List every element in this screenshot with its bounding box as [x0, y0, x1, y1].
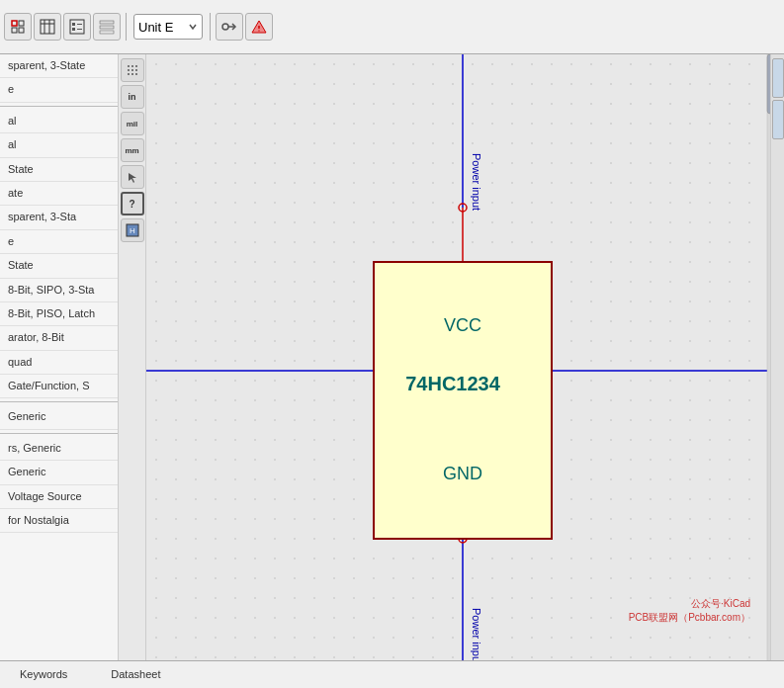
mil-btn[interactable]: mil	[121, 112, 144, 135]
inspect-btn[interactable]: ?	[121, 192, 144, 215]
svg-point-29	[135, 73, 137, 75]
svg-rect-0	[12, 21, 17, 26]
list-item[interactable]: arator, 8-Bit	[0, 326, 118, 350]
svg-rect-2	[12, 28, 17, 33]
unit-label: Unit E	[138, 20, 188, 35]
svg-rect-4	[41, 20, 54, 34]
canvas-area[interactable]: Power input Power input VCC 74HC1234 GND…	[146, 54, 770, 660]
list-item[interactable]: ate	[0, 182, 118, 206]
svg-point-26	[135, 69, 137, 71]
main-area: sparent, 3-State e al al State ate spare…	[0, 54, 784, 660]
list-item[interactable]: Generic	[0, 405, 118, 429]
svg-text:74HC1234: 74HC1234	[405, 373, 501, 394]
svg-rect-3	[19, 28, 24, 33]
icon-toolbar: in mil mm ? H	[119, 54, 146, 660]
right-panel-btn1[interactable]	[772, 58, 784, 98]
svg-text:H: H	[130, 226, 135, 235]
sidebar-divider	[0, 106, 118, 107]
in-btn[interactable]: in	[121, 85, 144, 109]
svg-point-27	[128, 73, 130, 75]
list-item[interactable]: quad	[0, 351, 118, 375]
list-item[interactable]: e	[0, 78, 118, 102]
list-item[interactable]: al	[0, 110, 118, 133]
svg-rect-8	[70, 20, 84, 34]
list-item[interactable]: sparent, 3-State	[0, 54, 118, 78]
list-item[interactable]: rs, Generic	[0, 437, 118, 461]
table-btn[interactable]	[34, 13, 61, 41]
sidebar-divider	[0, 433, 118, 434]
list-item[interactable]: Generic	[0, 461, 118, 484]
sidebar: sparent, 3-State e al al State ate spare…	[0, 54, 119, 660]
svg-point-24	[128, 69, 130, 71]
svg-text:Power input: Power input	[471, 608, 482, 660]
svg-point-23	[135, 65, 137, 67]
list-item[interactable]: 8-Bit, SIPO, 3-Sta	[0, 279, 118, 302]
schematic-canvas: Power input Power input VCC 74HC1234 GND	[146, 54, 770, 660]
warning-btn[interactable]	[245, 13, 273, 41]
sep1	[126, 13, 127, 41]
route-btn[interactable]	[216, 13, 243, 41]
svg-rect-15	[100, 31, 114, 34]
svg-rect-44	[374, 262, 552, 539]
grid-icon-btn[interactable]	[121, 58, 144, 82]
chevron-down-icon	[188, 22, 198, 32]
tab-datasheet[interactable]: Datasheet	[99, 666, 172, 684]
svg-point-21	[128, 65, 130, 67]
top-toolbar: Unit E	[0, 0, 784, 54]
right-panel	[770, 54, 784, 660]
highlight-btn[interactable]: H	[121, 218, 144, 242]
list-item[interactable]: 8-Bit, PISO, Latch	[0, 302, 118, 326]
svg-marker-30	[129, 173, 136, 183]
list2-btn[interactable]	[93, 13, 121, 41]
svg-point-20	[258, 30, 259, 31]
list-item[interactable]: Voltage Source	[0, 485, 118, 509]
svg-rect-13	[100, 21, 114, 24]
svg-rect-49	[767, 54, 770, 114]
list-item[interactable]: Gate/Function, S	[0, 375, 118, 398]
list-item[interactable]: al	[0, 133, 118, 157]
tab-keywords[interactable]: Keywords	[8, 666, 79, 684]
svg-text:VCC: VCC	[444, 315, 481, 335]
grid-btn[interactable]	[4, 13, 32, 41]
mm-btn[interactable]: mm	[121, 138, 144, 162]
list-item[interactable]: State	[0, 158, 118, 182]
list-item[interactable]: State	[0, 254, 118, 278]
list-item[interactable]: e	[0, 230, 118, 254]
sep2	[210, 13, 211, 41]
svg-rect-1	[19, 21, 24, 26]
right-panel-btn2[interactable]	[772, 100, 784, 139]
svg-text:Power input: Power input	[471, 153, 482, 211]
list-item[interactable]: for Nostalgia	[0, 509, 118, 533]
list-item[interactable]: sparent, 3-Sta	[0, 206, 118, 229]
sidebar-divider	[0, 401, 118, 402]
svg-rect-11	[72, 28, 75, 31]
svg-point-28	[131, 73, 133, 75]
svg-rect-48	[767, 54, 770, 660]
svg-point-16	[222, 24, 228, 30]
svg-point-22	[131, 65, 133, 67]
cursor-btn[interactable]	[121, 165, 144, 189]
bottom-bar: Keywords Datasheet	[0, 660, 784, 688]
svg-rect-14	[100, 26, 114, 29]
svg-rect-9	[72, 23, 75, 26]
list-btn[interactable]	[63, 13, 91, 41]
unit-selector[interactable]: Unit E	[133, 14, 203, 40]
svg-point-25	[131, 69, 133, 71]
svg-text:GND: GND	[443, 464, 482, 483]
